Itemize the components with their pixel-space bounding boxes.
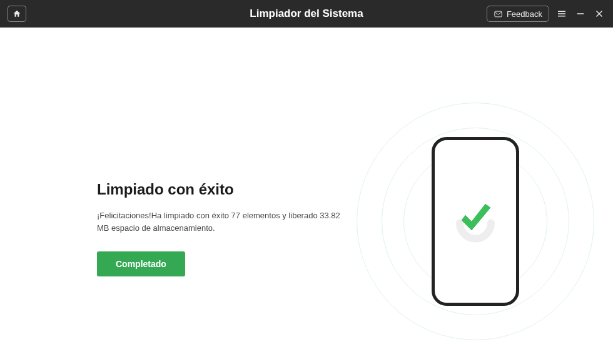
- result-panel: Limpiado con éxito ¡Felicitaciones!Ha li…: [97, 181, 347, 276]
- checkmark-icon: [457, 200, 494, 238]
- close-icon: [594, 8, 605, 19]
- titlebar: Limpiador del Sistema Feedback: [0, 0, 613, 28]
- feedback-label: Feedback: [507, 9, 542, 19]
- home-icon: [13, 9, 21, 18]
- result-subtext: ¡Felicitaciones!Ha limpiado con éxito 77…: [97, 210, 347, 234]
- minimize-icon: [575, 8, 586, 19]
- home-button[interactable]: [8, 6, 26, 22]
- menu-button[interactable]: [555, 8, 568, 20]
- svg-rect-0: [495, 11, 502, 17]
- titlebar-controls: Feedback: [487, 6, 605, 22]
- complete-button[interactable]: Completado: [97, 251, 185, 276]
- menu-icon: [556, 8, 567, 19]
- minimize-button[interactable]: [574, 8, 587, 20]
- illustration: [350, 96, 600, 346]
- main-content: Limpiado con éxito ¡Felicitaciones!Ha li…: [0, 28, 613, 364]
- mail-icon: [494, 9, 503, 19]
- close-button[interactable]: [593, 8, 605, 20]
- window-title: Limpiador del Sistema: [250, 8, 363, 20]
- result-heading: Limpiado con éxito: [97, 181, 347, 198]
- phone-outline-icon: [432, 137, 519, 306]
- feedback-button[interactable]: Feedback: [487, 6, 549, 22]
